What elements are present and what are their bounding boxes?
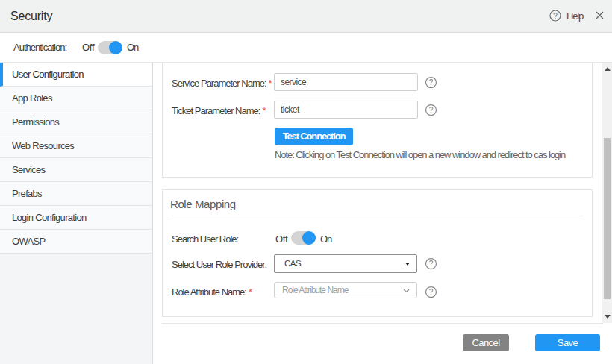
svg-text:?: ?	[429, 288, 434, 296]
svg-text:?: ?	[429, 78, 434, 87]
svg-text:?: ?	[429, 260, 434, 268]
svg-text:?: ?	[553, 12, 558, 20]
svg-text:?: ?	[429, 106, 434, 114]
